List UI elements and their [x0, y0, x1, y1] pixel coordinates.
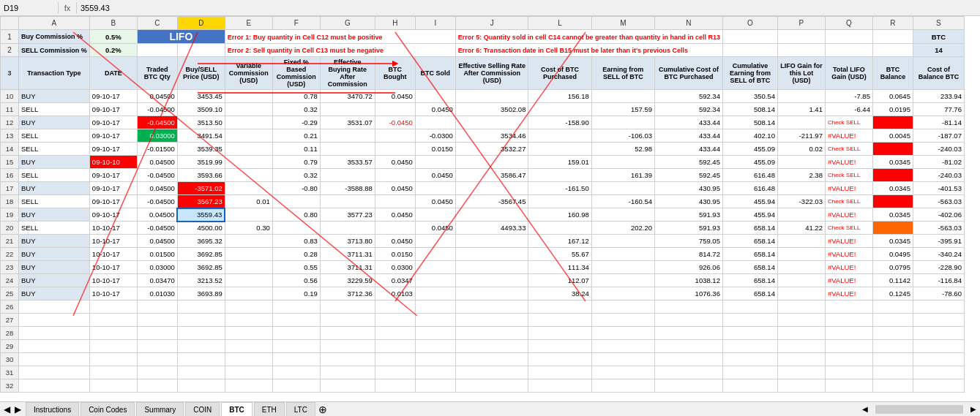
cell-effsell-15[interactable]	[455, 156, 528, 169]
cell-price-15[interactable]: 3519.99	[177, 156, 225, 169]
cell-costbal-11[interactable]: 77.76	[913, 103, 964, 116]
cell-cumearn-18[interactable]: 455.94	[722, 195, 777, 208]
cell-fixed-19[interactable]: 0.80	[272, 208, 320, 222]
cell-costbal-15[interactable]: -81.02	[913, 156, 964, 169]
tab-eth[interactable]: ETH	[254, 402, 285, 417]
cell-type-25[interactable]: BUY	[19, 287, 90, 300]
cell-date-24[interactable]: 10-10-17	[89, 274, 137, 287]
cell-lifogain-22[interactable]	[777, 248, 825, 261]
cell-qty-24[interactable]: 0.03470	[137, 274, 177, 287]
cell-totlifo-10[interactable]: -7.85	[825, 90, 872, 103]
cell-costbal-10[interactable]: 233.94	[913, 90, 964, 103]
cell-effsell-20[interactable]: 4493.33	[455, 222, 528, 235]
col-h-header[interactable]: H	[375, 17, 415, 30]
cell-bought-17[interactable]: 0.0450	[375, 182, 415, 195]
cell-earn-21[interactable]	[591, 235, 654, 248]
tab-coin[interactable]: COIN	[185, 402, 220, 417]
cell-date-21[interactable]: 10-10-17	[89, 235, 137, 248]
cell-date-16[interactable]: 09-10-17	[89, 169, 137, 182]
col-s-header[interactable]: S	[913, 17, 964, 30]
cell-date-19[interactable]: 09-10-17	[89, 208, 137, 222]
cell-totlifo-18[interactable]: Check SELL	[825, 195, 872, 208]
cell-type-24[interactable]: BUY	[19, 274, 90, 287]
cell-effsell-22[interactable]	[455, 248, 528, 261]
cell-var-16[interactable]	[225, 169, 272, 182]
cell-lifogain-13[interactable]: -211.97	[777, 129, 825, 143]
cell-date-11[interactable]: 09-10-17	[89, 103, 137, 116]
cell-price-10[interactable]: 3453.45	[177, 90, 225, 103]
cell-price-18[interactable]: 3567.23	[177, 195, 225, 208]
col-g-header[interactable]: G	[320, 17, 375, 30]
cell-reference[interactable]: D19	[0, 2, 59, 14]
cell-price-21[interactable]: 3695.32	[177, 235, 225, 248]
cell-btcbal-24[interactable]: 0.1142	[872, 274, 913, 287]
cell-totlifo-22[interactable]: #VALUE!	[825, 248, 872, 261]
cell-bought-19[interactable]: 0.0450	[375, 208, 415, 222]
cell-cost-19[interactable]: 160.98	[528, 208, 591, 222]
cell-type-17[interactable]: BUY	[19, 182, 90, 195]
cell-qty-25[interactable]: 0.01030	[137, 287, 177, 300]
cell-qty-20[interactable]: -0.04500	[137, 222, 177, 235]
cell-costbal-18[interactable]: -563.03	[913, 195, 964, 208]
cell-lifogain-23[interactable]	[777, 261, 825, 274]
cell-btcbal-15[interactable]: 0.0345	[872, 156, 913, 169]
cell-lifogain-16[interactable]: 2.38	[777, 169, 825, 182]
cell-totlifo-24[interactable]: #VALUE!	[825, 274, 872, 287]
cell-price-25[interactable]: 3693.89	[177, 287, 225, 300]
cell-qty-23[interactable]: 0.03000	[137, 261, 177, 274]
col-b-header[interactable]: B	[89, 17, 137, 30]
cell-earn-25[interactable]	[591, 287, 654, 300]
cell-var-15[interactable]	[225, 156, 272, 169]
cell-earn-24[interactable]	[591, 274, 654, 287]
cell-totlifo-17[interactable]: #VALUE!	[825, 182, 872, 195]
cell-qty-15[interactable]: 0.04500	[137, 156, 177, 169]
cell-effbuy-15[interactable]: 3533.57	[320, 156, 375, 169]
cell-fixed-11[interactable]: 0.32	[272, 103, 320, 116]
cell-cumcost-22[interactable]: 814.72	[654, 248, 722, 261]
cell-cost-23[interactable]: 111.34	[528, 261, 591, 274]
cell-date-18[interactable]: 09-10-17	[89, 195, 137, 208]
cell-effsell-14[interactable]: 3532.27	[455, 143, 528, 156]
col-q-header[interactable]: Q	[825, 17, 872, 30]
cell-type-19[interactable]: BUY	[19, 208, 90, 222]
cell-totlifo-11[interactable]: -6.44	[825, 103, 872, 116]
cell-cumearn-23[interactable]: 658.14	[722, 261, 777, 274]
cell-qty-17[interactable]: 0.04500	[137, 182, 177, 195]
cell-var-14[interactable]	[225, 143, 272, 156]
cell-date-25[interactable]: 10-10-17	[89, 287, 137, 300]
cell-type-22[interactable]: BUY	[19, 248, 90, 261]
col-m-header[interactable]: M	[591, 17, 654, 30]
cell-var-24[interactable]	[225, 274, 272, 287]
cell-cumearn-22[interactable]: 658.14	[722, 248, 777, 261]
cell-fixed-20[interactable]	[272, 222, 320, 235]
cell-cumearn-17[interactable]: 616.48	[722, 182, 777, 195]
scroll-right[interactable]: ▶	[970, 405, 976, 414]
cell-bought-18[interactable]	[375, 195, 415, 208]
cell-cumearn-24[interactable]: 658.14	[722, 274, 777, 287]
cell-effsell-11[interactable]: 3502.08	[455, 103, 528, 116]
cell-effsell-25[interactable]	[455, 287, 528, 300]
col-j-header[interactable]: J	[455, 17, 528, 30]
cell-btcbal-12[interactable]	[872, 116, 913, 129]
cell-type-11[interactable]: SELL	[19, 103, 90, 116]
cell-lifogain-15[interactable]	[777, 156, 825, 169]
cell-type-20[interactable]: SELL	[19, 222, 90, 235]
cell-costbal-17[interactable]: -401.53	[913, 182, 964, 195]
cell-lifogain-25[interactable]	[777, 287, 825, 300]
cell-bought-25[interactable]: 0.0103	[375, 287, 415, 300]
cell-cost-22[interactable]: 55.67	[528, 248, 591, 261]
cell-lifogain-19[interactable]	[777, 208, 825, 222]
cell-price-14[interactable]: 3539.35	[177, 143, 225, 156]
cell-cumearn-16[interactable]: 616.48	[722, 169, 777, 182]
cell-totlifo-16[interactable]: Check SELL	[825, 169, 872, 182]
cell-var-25[interactable]	[225, 287, 272, 300]
cell-date-22[interactable]: 10-10-17	[89, 248, 137, 261]
col-o-header[interactable]: O	[722, 17, 777, 30]
col-i-header[interactable]: I	[415, 17, 455, 30]
cell-fixed-16[interactable]: 0.32	[272, 169, 320, 182]
cell-var-21[interactable]	[225, 235, 272, 248]
cell-cost-11[interactable]	[528, 103, 591, 116]
cell-effsell-19[interactable]	[455, 208, 528, 222]
cell-effsell-24[interactable]	[455, 274, 528, 287]
cell-bought-15[interactable]: 0.0450	[375, 156, 415, 169]
